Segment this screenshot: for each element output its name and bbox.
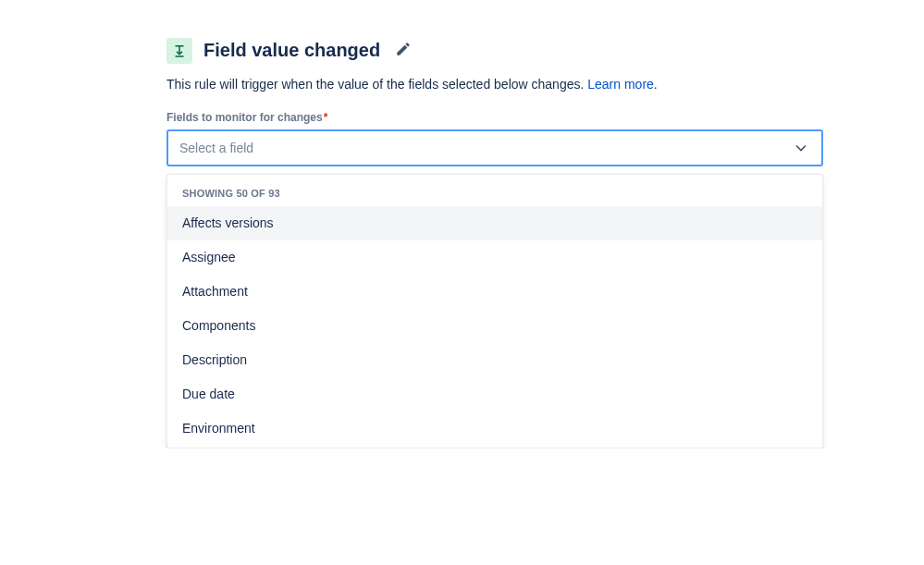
dropdown-option[interactable]: Fix versions: [167, 446, 822, 448]
description-text: This rule will trigger when the value of…: [166, 77, 587, 92]
select-placeholder: Select a field: [179, 141, 253, 155]
required-asterisk: *: [324, 111, 328, 124]
edit-title-button[interactable]: [391, 37, 415, 64]
config-panel: Field value changed This rule will trigg…: [166, 37, 823, 448]
fields-dropdown-scroll[interactable]: SHOWING 50 OF 93 Affects versionsAssigne…: [167, 175, 822, 448]
trigger-field-changed-icon: [166, 38, 192, 64]
description-period: .: [654, 77, 658, 92]
field-label-text: Fields to monitor for changes: [166, 111, 323, 124]
fields-select-input[interactable]: Select a field: [166, 129, 823, 166]
dropdown-option[interactable]: Attachment: [167, 275, 822, 309]
rule-description: This rule will trigger when the value of…: [166, 75, 823, 94]
dropdown-option[interactable]: Environment: [167, 411, 822, 446]
chevron-down-icon: [792, 139, 810, 157]
dropdown-option[interactable]: Description: [167, 343, 822, 377]
dropdown-option[interactable]: Affects versions: [167, 206, 822, 240]
dropdown-option[interactable]: Components: [167, 309, 822, 343]
page-title: Field value changed: [203, 40, 380, 61]
field-label: Fields to monitor for changes*: [166, 111, 823, 124]
learn-more-link[interactable]: Learn more: [587, 77, 654, 92]
pencil-icon: [395, 41, 412, 60]
dropdown-showing-count: SHOWING 50 OF 93: [167, 175, 822, 206]
fields-dropdown: SHOWING 50 OF 93 Affects versionsAssigne…: [166, 174, 823, 448]
header-row: Field value changed: [166, 37, 823, 64]
dropdown-option[interactable]: Assignee: [167, 240, 822, 275]
dropdown-option[interactable]: Due date: [167, 377, 822, 411]
